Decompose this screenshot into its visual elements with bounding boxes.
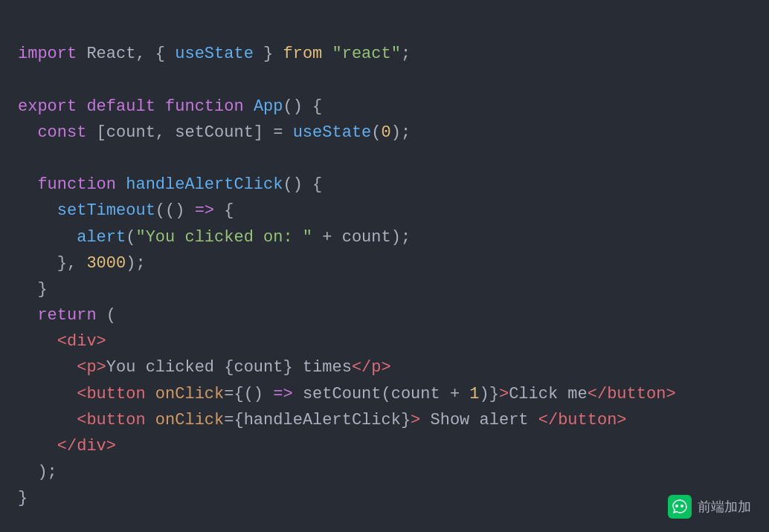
keyword-return: return bbox=[37, 306, 96, 325]
keyword-const: const bbox=[37, 123, 86, 142]
num-1: 1 bbox=[469, 385, 479, 403]
string-react: "react" bbox=[332, 45, 401, 63]
jsx-attr-onclick2: onClick bbox=[155, 411, 224, 429]
fn-usestate2: useState bbox=[293, 123, 372, 142]
jsx-p-close: </p> bbox=[352, 358, 391, 377]
fn-handlealertclick: handleAlertClick bbox=[126, 175, 283, 194]
jsx-button1-close-start: > bbox=[499, 385, 509, 403]
svg-point-0 bbox=[675, 505, 678, 507]
watermark-label: 前端加加 bbox=[698, 496, 751, 518]
string-clicked: "You clicked on: " bbox=[135, 228, 312, 247]
num-0: 0 bbox=[382, 123, 391, 142]
code-editor: import React, { useState } from "react";… bbox=[18, 15, 751, 512]
jsx-attr-onclick1: onClick bbox=[155, 385, 224, 403]
jsx-button2-close-start: > bbox=[411, 411, 420, 429]
keyword-import: import bbox=[18, 45, 77, 63]
arrow1: => bbox=[195, 201, 214, 220]
keyword-export: export bbox=[18, 97, 77, 116]
fn-usestate: useState bbox=[175, 45, 254, 63]
jsx-button2-close: </button> bbox=[538, 411, 627, 429]
arrow2: => bbox=[273, 385, 292, 403]
svg-point-1 bbox=[680, 505, 683, 507]
keyword-default: default bbox=[86, 97, 155, 116]
keyword-from: from bbox=[283, 45, 322, 63]
jsx-div-open: <div> bbox=[57, 332, 106, 351]
wechat-icon bbox=[668, 495, 692, 519]
keyword-function2: function bbox=[37, 175, 116, 194]
jsx-p-open: <p> bbox=[77, 358, 106, 377]
fn-alert: alert bbox=[77, 228, 126, 247]
watermark: 前端加加 bbox=[668, 495, 751, 519]
keyword-function: function bbox=[165, 97, 244, 116]
jsx-button1-close: </button> bbox=[588, 385, 676, 403]
fn-app: App bbox=[254, 97, 283, 116]
num-3000: 3000 bbox=[86, 254, 126, 273]
jsx-div-close: </div> bbox=[57, 437, 116, 455]
jsx-button2-open: <button bbox=[77, 411, 155, 429]
jsx-button1-open: <button bbox=[77, 385, 155, 403]
fn-settimeout: setTimeout bbox=[57, 201, 155, 220]
